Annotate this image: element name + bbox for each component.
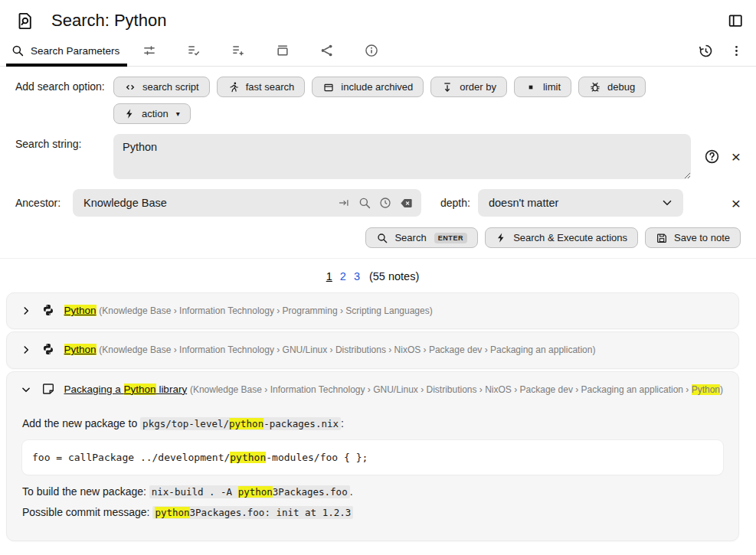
right-panel-toggle-icon[interactable]	[727, 12, 744, 29]
history-icon[interactable]	[698, 43, 714, 59]
preview-paragraph: To build the new package: nix-build . -A…	[22, 485, 723, 498]
depth-label: depth:	[440, 197, 470, 209]
include-archived-button[interactable]: include archived	[312, 77, 424, 97]
tune-icon[interactable]	[127, 35, 172, 66]
result-header: Python (Knowledge Base › Information Tec…	[7, 332, 738, 367]
debug-button[interactable]: debug	[578, 77, 646, 97]
text-part: nix-build . -A	[152, 486, 238, 498]
text-part: )	[720, 384, 723, 395]
search-highlight: python	[230, 452, 266, 463]
button-label: order by	[460, 81, 496, 93]
list-plus-icon[interactable]	[216, 35, 260, 66]
help-icon[interactable]	[704, 149, 720, 165]
button-label: search script	[142, 81, 199, 93]
button-label: Save to note	[674, 232, 730, 243]
result-card-expanded: Packaging a Python library (Knowledge Ba…	[6, 371, 739, 541]
search-script-button[interactable]: search script	[113, 77, 210, 97]
recent-notes-clock-icon[interactable]	[378, 196, 392, 210]
archive-icon[interactable]	[260, 35, 305, 66]
button-label: fast search	[246, 81, 295, 93]
page-1-current[interactable]: 1	[326, 270, 332, 282]
text-part: library	[156, 384, 188, 395]
page-2-link[interactable]: 2	[340, 270, 346, 282]
result-title-link[interactable]: Python	[64, 344, 97, 355]
jump-to-note-icon[interactable]	[337, 196, 351, 210]
inline-code: pkgs/top-level/python-packages.nix	[140, 417, 341, 430]
lightning-icon	[496, 232, 507, 243]
remove-search-string-icon[interactable]: ×	[731, 149, 741, 165]
note-path: (Knowledge Base › Information Technology…	[99, 305, 432, 316]
search-string-input[interactable]: Python	[113, 134, 691, 179]
result-header: Packaging a Python library (Knowledge Ba…	[7, 372, 738, 407]
save-to-note-button[interactable]: Save to note	[645, 227, 741, 248]
text-part: foo = callPackage ../development/	[32, 452, 230, 463]
text-part: pkgs/top-level/	[142, 418, 229, 429]
note-count: (55 notes)	[369, 270, 419, 282]
limit-button[interactable]: limit	[514, 77, 571, 97]
file-search-icon[interactable]	[15, 11, 34, 31]
kebab-menu-icon[interactable]	[729, 44, 744, 58]
button-label: action	[142, 108, 169, 119]
depth-select[interactable]: doesn't matter	[478, 189, 683, 217]
preview-paragraph: Add the new package to pkgs/top-level/py…	[22, 417, 723, 429]
search-parameters-panel: Add search option: search script fast se…	[0, 67, 756, 259]
order-by-button[interactable]: order by	[430, 77, 507, 97]
search-highlight: python	[229, 418, 263, 429]
button-label: debug	[607, 81, 635, 93]
pagination: 123(55 notes)	[6, 266, 739, 292]
preview-paragraph: Possible commit message: python3Packages…	[22, 506, 723, 518]
depth-select-value: doesn't matter	[489, 197, 660, 209]
search-string-row: Search string: Python ×	[15, 134, 741, 179]
search-actions-row: Search ENTER Search & Execute actions Sa…	[15, 227, 741, 248]
button-label: include archived	[341, 81, 413, 93]
note-map-icon[interactable]	[305, 35, 349, 66]
result-title-link[interactable]: Packaging a Python library	[64, 384, 188, 395]
title-bar: Search: Python	[0, 0, 756, 35]
ribbon-tab-bar: Search Parameters	[0, 35, 756, 67]
search-highlight: python	[238, 486, 273, 498]
result-card: Python (Knowledge Base › Information Tec…	[6, 292, 739, 329]
text-part: Add the new package to	[22, 417, 140, 429]
text-part: 3Packages.foo	[273, 486, 348, 498]
ancestor-label: Ancestor:	[15, 197, 73, 209]
text-part: (Knowledge Base › Information Technology…	[190, 384, 692, 395]
text-part: (Knowledge Base › Information Technology…	[99, 344, 595, 355]
backspace-clear-icon[interactable]	[399, 196, 414, 211]
page-title: Search: Python	[51, 11, 166, 31]
search-highlight: Python	[64, 305, 97, 316]
page-3-link[interactable]: 3	[354, 270, 360, 282]
square-icon	[525, 81, 537, 93]
python-logo-icon	[42, 304, 54, 316]
list-check-icon[interactable]	[172, 35, 216, 66]
chevron-right-icon[interactable]	[21, 344, 31, 355]
search-icon[interactable]	[358, 196, 371, 210]
search-button[interactable]: Search ENTER	[365, 227, 478, 248]
fast-search-button[interactable]: fast search	[217, 77, 306, 97]
ancestor-input-icons	[337, 196, 414, 211]
search-execute-button[interactable]: Search & Execute actions	[485, 227, 638, 248]
button-label: Search & Execute actions	[513, 232, 627, 243]
note-path: (Knowledge Base › Information Technology…	[99, 344, 595, 355]
tab-search-parameters[interactable]: Search Parameters	[6, 35, 127, 66]
code-icon	[124, 81, 136, 93]
info-icon[interactable]	[349, 35, 394, 66]
text-part: 3Packages.foo: init at 1.2.3	[190, 507, 352, 518]
search-string-icons: ×	[704, 134, 741, 179]
result-title-link[interactable]: Python	[64, 305, 97, 316]
chevron-right-icon[interactable]	[21, 305, 31, 316]
magnifier-icon	[11, 44, 25, 57]
text-part: -modules/foo { };	[266, 452, 368, 463]
search-option-buttons: search script fast search include archiv…	[113, 77, 705, 124]
arrow-down-to-bar-icon	[441, 81, 453, 93]
result-header: Python (Knowledge Base › Information Tec…	[7, 293, 738, 328]
ancestor-input[interactable]	[82, 196, 337, 210]
ancestor-input-wrap	[73, 189, 421, 217]
remove-ancestor-icon[interactable]: ×	[731, 195, 741, 211]
note-preview-body: Add the new package to pkgs/top-level/py…	[7, 407, 738, 540]
result-card: Python (Knowledge Base › Information Tec…	[6, 331, 739, 368]
text-part: :	[341, 417, 344, 429]
chevron-down-icon[interactable]	[21, 384, 31, 395]
button-label: Search	[394, 232, 426, 243]
action-button[interactable]: action ▾	[113, 103, 191, 124]
text-part: .	[350, 485, 353, 498]
